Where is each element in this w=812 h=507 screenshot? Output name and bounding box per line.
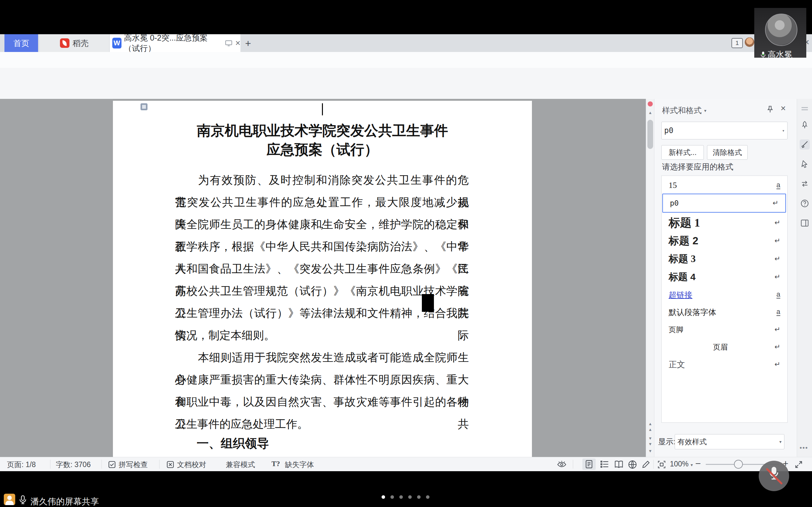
participant-avatar (765, 14, 798, 46)
show-style-select[interactable]: 有效样式▾ (675, 434, 784, 449)
outline-view-icon[interactable] (600, 460, 609, 468)
proofread-label[interactable]: 文档校对 (177, 460, 206, 469)
missing-font-icon: T? (271, 460, 280, 468)
tab-home-label: 首页 (13, 38, 29, 49)
carousel-dot[interactable] (399, 495, 403, 499)
body-line: 心健康严重损害的重大传染病、群体性不明原因疾病、重大食物 (175, 369, 469, 391)
paragraph-style-marker: ↵ (774, 219, 780, 227)
clear-format-button[interactable]: 清除格式 (707, 145, 748, 160)
spellcheck-label[interactable]: 拼写检查 (119, 460, 148, 469)
show-label: 显示: (658, 437, 676, 447)
tab-home[interactable]: 首页 (4, 34, 38, 52)
web-layout-icon[interactable] (628, 460, 637, 469)
format-brush-icon[interactable] (800, 139, 810, 150)
current-style-select[interactable]: p0▾ (661, 122, 788, 139)
scroll-down-icon[interactable]: ▾ (646, 448, 654, 454)
style-item-15[interactable]: 15 a (662, 178, 787, 193)
status-divider (653, 460, 654, 469)
ink-mode-icon[interactable] (641, 460, 650, 469)
read-mode-icon[interactable] (614, 460, 623, 468)
tab-docer[interactable]: 稻壳 (39, 34, 109, 52)
carousel-dot[interactable] (408, 495, 412, 499)
new-tab-button[interactable]: + (242, 38, 254, 49)
sidebar-more-icon[interactable]: ••• (800, 444, 808, 452)
presenter-mic-icon (18, 495, 27, 504)
zoom-level[interactable]: 100% ▾ (670, 460, 693, 468)
show-style-value: 有效样式 (677, 437, 707, 447)
style-item-header[interactable]: 页眉 ↵ (662, 338, 787, 355)
style-item-label: 页眉 (713, 342, 728, 352)
previous-page-icon[interactable]: ▴▴ (646, 421, 654, 432)
status-bar: 页面: 1/8 字数: 3706 拼写检查 文档校对 兼容模式 T? 缺失字体 (0, 457, 812, 471)
zoom-out-icon[interactable]: − (695, 460, 701, 467)
mute-button[interactable] (759, 461, 789, 491)
tab-document[interactable]: W 高水冕 0-2突...应急预案（试行） × (110, 34, 241, 52)
char-style-marker: a (776, 308, 780, 316)
fullscreen-icon[interactable] (794, 460, 803, 469)
assistant-badge-icon[interactable] (648, 101, 653, 107)
compat-mode-label[interactable]: 兼容模式 (226, 460, 255, 469)
cursor-block-overlay (422, 294, 434, 312)
pin-icon[interactable] (766, 105, 774, 113)
help-icon[interactable] (800, 199, 810, 209)
eye-protect-icon[interactable] (557, 460, 566, 469)
account-avatar[interactable] (745, 38, 754, 47)
style-item-label: p0 (670, 199, 679, 207)
cursor-icon[interactable] (800, 159, 810, 169)
sidebar-handle[interactable] (802, 107, 808, 108)
section-heading: 一、组织领导 (197, 435, 269, 452)
styles-format-panel: 样式和格式▾ × p0▾ 新样式... 清除格式 请选择要应用的格式 15 a … (654, 99, 797, 457)
style-item-default-font[interactable]: 默认段落字体 a (662, 303, 787, 321)
next-page-icon[interactable]: ▾▾ (646, 435, 654, 447)
style-item-label: 正文 (669, 359, 685, 370)
paragraph-style-marker: ↵ (774, 273, 780, 281)
document-page[interactable]: 南京机电职业技术学院突发公共卫生事件 应急预案（试行） 为有效预防、及时控制和消… (113, 101, 532, 457)
panel-close-icon[interactable]: × (780, 103, 786, 113)
carousel-dot[interactable] (426, 495, 429, 499)
status-divider (50, 460, 50, 469)
style-item-label: 标题 2 (669, 234, 699, 248)
carousel-dot[interactable] (391, 495, 394, 499)
scroll-up-icon[interactable]: ▴ (646, 110, 654, 115)
word-count[interactable]: 字数: 3706 (56, 460, 91, 469)
current-style-value: p0 (664, 126, 673, 135)
style-item-heading3[interactable]: 标题 3 ↵ (662, 250, 787, 268)
page-view-icon[interactable] (582, 458, 596, 470)
style-item-body[interactable]: 正文 ↵ (662, 356, 787, 373)
style-item-heading2[interactable]: 标题 2 ↵ (662, 232, 787, 250)
rocket-icon[interactable] (800, 120, 810, 130)
paragraph-style-marker: ↵ (774, 237, 780, 245)
scrollbar-thumb[interactable] (647, 120, 653, 149)
docer-leaf-icon (60, 38, 69, 48)
style-item-footer[interactable]: 页脚 ↵ (662, 321, 787, 338)
style-item-heading4[interactable]: 标题 4 ↵ (662, 268, 787, 286)
style-item-label: 15 (669, 181, 677, 190)
fit-page-icon[interactable] (657, 460, 666, 469)
carousel-dot-active[interactable] (382, 495, 385, 499)
participant-video-tile[interactable]: 高水冕 (754, 8, 806, 58)
new-style-button[interactable]: 新样式... (661, 145, 704, 160)
document-scrollbar[interactable]: ▴ ▴▴ ▾▾ ▾ (646, 99, 654, 457)
style-item-p0-selected[interactable]: p0 ↵ (662, 193, 786, 213)
window-count-badge[interactable]: 1 (731, 38, 743, 48)
style-item-heading1[interactable]: 标题 1 ↵ (662, 214, 787, 232)
document-canvas[interactable]: 南京机电职业技术学院突发公共卫生事件 应急预案（试行） 为有效预防、及时控制和消… (0, 99, 646, 457)
style-item-label: 标题 1 (669, 215, 700, 231)
screen-share-label: 潘久伟的屏幕共享 (31, 496, 99, 507)
panel-layout-icon[interactable] (800, 218, 810, 228)
document-title[interactable]: 南京机电职业技术学院突发公共卫生事件 应急预案（试行） (113, 121, 532, 159)
missing-font-label[interactable]: 缺失字体 (285, 460, 314, 469)
carousel-dot[interactable] (417, 495, 420, 499)
zoom-slider-thumb[interactable] (734, 460, 743, 469)
format-prompt-label: 请选择要应用的格式 (662, 162, 733, 172)
style-item-label: 页脚 (669, 325, 683, 335)
style-item-label: 标题 3 (669, 252, 696, 266)
swap-icon[interactable] (800, 179, 810, 189)
screen: 首页 稻壳 W 高水冕 0-2突...应急预案（试行） × + 1 × 文件 ▾ (0, 0, 812, 507)
style-item-hyperlink[interactable]: 超链接 a (662, 286, 787, 303)
tab-close-icon[interactable]: × (235, 38, 241, 48)
status-divider (573, 460, 573, 469)
panel-title[interactable]: 样式和格式▾ (662, 105, 706, 116)
status-divider (101, 460, 102, 469)
page-indicator[interactable]: 页面: 1/8 (7, 460, 36, 469)
